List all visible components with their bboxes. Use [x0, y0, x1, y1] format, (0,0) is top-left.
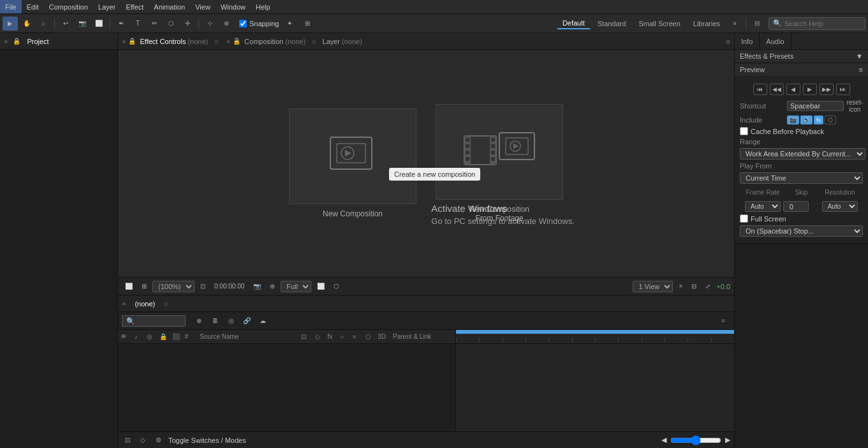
workspace-settings[interactable]: ⊟ [749, 17, 765, 31]
viewer-timecode[interactable]: 0:00:00:00 [211, 281, 247, 291]
resolution-dropdown[interactable]: Auto [822, 201, 858, 212]
preview-play[interactable]: ▶ [803, 84, 817, 95]
tl-new-layer[interactable]: ⊕ [192, 315, 206, 327]
tab-audio[interactable]: Audio [760, 33, 791, 49]
preview-prev-frame[interactable]: ◀◀ [770, 84, 784, 95]
tool-pen[interactable]: ✒ [114, 17, 129, 31]
snapping-checkbox[interactable] [239, 20, 247, 27]
include-video[interactable]: 🎬 [787, 116, 799, 124]
tool-zoom[interactable]: ⌕ [36, 17, 51, 31]
skip-input[interactable] [783, 201, 809, 212]
menu-file[interactable]: File [0, 0, 22, 13]
include-fx[interactable]: fx [814, 116, 823, 124]
workspace-more[interactable]: » [727, 17, 742, 31]
tool-hand[interactable]: ✋ [19, 17, 34, 31]
tool-eraser[interactable]: ⬡ [163, 17, 179, 31]
fullscreen-checkbox[interactable] [740, 214, 748, 223]
viewer-grid[interactable]: ⊞ [138, 281, 150, 291]
project-close-icon[interactable]: × [4, 38, 8, 45]
composition-tab[interactable]: Composition (none) [240, 36, 309, 47]
tl-zoom-slider[interactable] [670, 435, 721, 445]
tl-motion-blur[interactable]: ≈ [716, 315, 730, 327]
comp-close[interactable]: × [226, 38, 230, 45]
effect-controls-tab[interactable]: Effect Controls (none) [136, 36, 212, 47]
menu-composition[interactable]: Composition [44, 0, 93, 13]
viewer-flowmap[interactable]: ⊛ [267, 281, 278, 291]
preview-header[interactable]: Preview ≡ [735, 63, 868, 76]
project-lock-icon[interactable]: 🔒 [13, 38, 20, 45]
tl-properties[interactable]: ≣ [208, 315, 222, 327]
tool-text[interactable]: T [130, 17, 145, 31]
snap-magnetic[interactable]: ✦ [282, 17, 297, 31]
comp-lock[interactable]: 🔒 [233, 38, 240, 45]
preview-menu[interactable]: ≡ [859, 66, 863, 73]
tl-comment[interactable]: ☁ [256, 315, 270, 327]
menu-view[interactable]: View [190, 0, 216, 13]
workspace-small-screen[interactable]: Small Screen [633, 18, 686, 29]
tl-solo-col: ◎ [147, 333, 156, 340]
on-spacebar-dropdown[interactable]: On (Spacebar) Stop... [740, 225, 863, 237]
comp-panel-menu[interactable]: ≡ [726, 38, 730, 45]
preview-step-fwd[interactable]: ▶▶ [820, 84, 834, 95]
preview-step-back[interactable]: ◀ [786, 84, 800, 95]
tool-select[interactable]: ▶ [3, 17, 18, 31]
viewer-views[interactable]: 1 View [633, 281, 673, 292]
new-comp-from-footage-card[interactable]: New Composition From Footage [436, 104, 563, 223]
tl-comp-settings[interactable]: ⚙ [152, 435, 165, 445]
project-tab[interactable]: Project [23, 36, 52, 47]
menu-edit[interactable]: Edit [22, 0, 44, 13]
timeline-search[interactable] [122, 315, 186, 327]
viewer-close[interactable]: × [675, 281, 686, 291]
workspace-default[interactable]: Default [557, 17, 591, 29]
viewer-fit[interactable]: ⊡ [197, 281, 209, 291]
effect-controls-close[interactable]: × [122, 38, 126, 45]
tl-add-keyframe[interactable]: ◇ [137, 435, 149, 445]
menu-layer[interactable]: Layer [93, 0, 121, 13]
shortcut-reset[interactable]: reset-icon [846, 99, 863, 113]
new-composition-card[interactable]: New Composition [289, 108, 416, 218]
tool-rect-mask[interactable]: ⬜ [91, 17, 107, 31]
tool-paint[interactable]: ✏ [147, 17, 162, 31]
tool-motion-sketch[interactable]: ⊛ [219, 17, 234, 31]
viewer-settings[interactable]: ⊟ [688, 281, 700, 291]
preview-last[interactable]: ⏭ [836, 84, 850, 95]
viewer-snapshot[interactable]: 📷 [250, 281, 264, 291]
timeline-menu[interactable]: ≡ [161, 300, 170, 308]
play-from-dropdown[interactable]: Current Time [740, 172, 863, 184]
timeline-close[interactable]: × [122, 300, 126, 308]
tool-undo[interactable]: ↩ [58, 17, 73, 31]
viewer-roi[interactable]: ⬜ [314, 281, 328, 291]
menu-animation[interactable]: Animation [149, 0, 190, 13]
tool-snap-anchor[interactable]: ⊹ [202, 17, 217, 31]
viewer-zoom[interactable]: (100%) [152, 281, 195, 292]
menu-help[interactable]: Help [251, 0, 276, 13]
menu-effect[interactable]: Effect [121, 0, 149, 13]
snap-grid[interactable]: ⊞ [300, 17, 315, 31]
tab-info[interactable]: Info [735, 33, 760, 49]
effects-presets-header[interactable]: Effects & Presets ▼ [735, 50, 868, 63]
include-export[interactable]: ⬡ [825, 116, 836, 124]
frame-rate-dropdown[interactable]: Auto [745, 201, 781, 212]
layer-tab[interactable]: Layer (none) [319, 36, 366, 47]
search-input[interactable] [784, 20, 861, 27]
timeline-tab[interactable]: (none) [131, 299, 159, 309]
preview-first[interactable]: ⏮ [753, 84, 767, 95]
shortcut-input[interactable] [787, 101, 844, 111]
tool-puppet[interactable]: ✛ [180, 17, 195, 31]
viewer-alpha[interactable]: ⬡ [330, 281, 342, 291]
timeline-ruler[interactable] [456, 330, 734, 344]
tool-camera[interactable]: 📷 [75, 17, 90, 31]
menu-window[interactable]: Window [216, 0, 251, 13]
viewer-fullscreen[interactable]: ⤢ [702, 281, 714, 291]
tl-solo[interactable]: ◎ [224, 315, 238, 327]
workspace-libraries[interactable]: Libraries [688, 18, 726, 29]
tl-render-queue[interactable]: ⊡ [122, 435, 133, 445]
tl-link[interactable]: 🔗 [240, 315, 254, 327]
workspace-standard[interactable]: Standard [592, 18, 632, 29]
range-dropdown[interactable]: Work Area Extended By Current... [740, 148, 865, 160]
viewer-quality[interactable]: Full [281, 281, 311, 292]
include-audio[interactable]: 🔊 [800, 116, 813, 124]
cache-checkbox[interactable] [740, 127, 748, 135]
viewer-region[interactable]: ⬜ [122, 281, 136, 291]
effect-controls-lock[interactable]: 🔒 [128, 38, 136, 45]
